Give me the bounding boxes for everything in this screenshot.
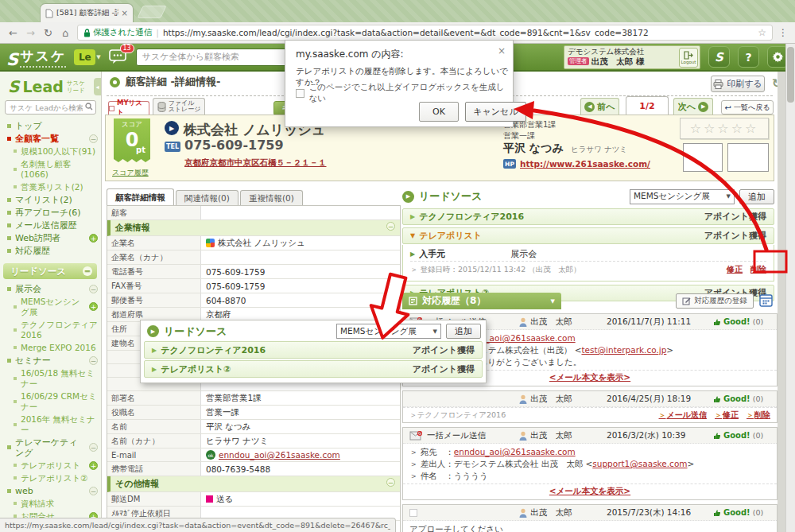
mail-from-link[interactable]: support1@saaske.com [592, 459, 687, 468]
cancel-button[interactable]: キャンセル [465, 102, 526, 122]
omnibox[interactable]: 保護された通信 | https://my.saaske.com/lead/cgi… [77, 25, 773, 41]
rating-field-2[interactable] [727, 143, 769, 172]
good-button[interactable]: Good!(0) [713, 508, 770, 517]
mail-to-link[interactable]: enndou_aoi@261saaske.com [454, 447, 576, 456]
reload-icon[interactable]: ↻ [42, 27, 54, 39]
sidebar-item[interactable]: テレマーケティング− [0, 436, 101, 459]
score-history-link[interactable]: スコア履歴 [112, 168, 149, 178]
sidebar-item[interactable]: 全顧客一覧− [0, 132, 101, 145]
email-link[interactable]: enndou_aoi@261saaske.com [219, 450, 340, 460]
plus-toggle-icon[interactable]: + [89, 234, 98, 243]
edit-link[interactable]: 修正 [715, 410, 739, 421]
good-button[interactable]: Good!(0) [713, 394, 770, 403]
leadsource-delete-link[interactable]: 削除 [750, 264, 766, 275]
sidebar-item[interactable]: 16/05/18 無料セミナー [0, 367, 101, 390]
tab-file-storage[interactable]: ファイルストレージ [153, 98, 205, 115]
browser-tab[interactable]: [581] 顧客詳細 -詳細情報 × [40, 3, 134, 22]
tab-customer-detail[interactable]: 顧客詳細情報 [107, 188, 174, 206]
sidebar-item[interactable]: テレアポリスト② [0, 472, 101, 484]
forward-icon[interactable]: → [25, 27, 37, 39]
chat-button[interactable]: 13 [109, 49, 128, 65]
back-icon[interactable]: ← [7, 27, 19, 39]
popup-leadsource-item-1[interactable]: ▶ テクノフロンティア2016 アポイント獲得 [144, 341, 483, 359]
saaske-home-button[interactable]: S [708, 46, 730, 68]
saaske-logo[interactable]: S サスケ [6, 47, 66, 68]
plus-toggle-icon[interactable]: + [89, 461, 98, 470]
sidebar-item[interactable]: セミナー− [0, 354, 101, 367]
sidebar-item[interactable]: トップ [0, 119, 101, 132]
popup-leadsource-item-2[interactable]: ▶ テレアポリスト② アポイント獲得 [144, 360, 483, 378]
popup-add-button[interactable]: 追加 [446, 324, 481, 339]
browser-scrollbar[interactable] [785, 44, 795, 532]
tab-mylist[interactable]: MYリスト [108, 101, 149, 115]
map-service-icon[interactable] [206, 239, 215, 247]
help-button[interactable]: ? [738, 46, 759, 68]
mylist-checkbox[interactable] [109, 106, 114, 111]
new-tab-button[interactable] [137, 6, 166, 18]
le-product-switch[interactable]: Le ▼ [74, 49, 100, 65]
sidebar-item[interactable]: テクノフロンティア2016 [0, 318, 101, 341]
home-icon[interactable]: ⌂ [60, 27, 72, 39]
sidebar-item[interactable]: 名刺無し顧客(1066) [0, 157, 101, 181]
sidebar-item[interactable]: メール送信履歴 [0, 219, 101, 231]
secure-badge[interactable]: 保護された通信 [83, 27, 152, 38]
sidebar-item[interactable]: 営業系リスト(2) [0, 181, 101, 193]
close-tab-icon[interactable]: × [122, 9, 128, 17]
plus-toggle-icon[interactable]: + [89, 302, 98, 311]
minus-toggle-icon[interactable]: − [89, 285, 98, 293]
show-mail-body-link[interactable]: <メール本文を表示> [549, 486, 630, 495]
rating-field-1[interactable] [683, 143, 723, 172]
leadsource-add-button[interactable]: 追加 [739, 189, 774, 204]
global-search-input[interactable] [136, 49, 307, 66]
sidebar-group-header[interactable]: リードソース− [3, 263, 97, 279]
chevron-down-icon[interactable]: ▼ [551, 298, 555, 305]
sidebar-item[interactable]: MEMSセンシング展+ [0, 295, 101, 318]
lead-logo[interactable]: S Lead サスケ リード [0, 72, 101, 99]
mail-from-link[interactable]: test@interpark.co.jp [581, 345, 666, 355]
sidebar-collapse-handle[interactable]: ◂ [94, 78, 101, 95]
send-mail-link[interactable]: メール送信 [659, 410, 707, 421]
leadsource-edit-link[interactable]: 修正 [727, 264, 743, 275]
show-mail-body-link[interactable]: <メール本文を表示> [549, 372, 630, 382]
play-icon[interactable]: ▶ [165, 121, 179, 135]
sidebar-item[interactable]: テレアポリスト+ [0, 459, 101, 472]
minus-toggle-icon[interactable]: − [83, 266, 92, 276]
calendar-icon[interactable] [759, 293, 773, 309]
minus-toggle-icon[interactable]: − [386, 478, 395, 487]
ok-button[interactable]: OK [419, 102, 459, 122]
tab-related-info[interactable]: 関連情報(0) [176, 190, 238, 206]
sidebar-item[interactable]: 展示会− [0, 282, 101, 295]
customer-hp-link[interactable]: http://www.261saaske.com/ [520, 159, 650, 169]
minus-toggle-icon[interactable]: − [89, 487, 98, 495]
delete-link[interactable]: 削除 [747, 410, 770, 421]
leadsource-dropdown[interactable]: MEMSセンシング展 ▼ [630, 189, 735, 204]
minus-toggle-icon[interactable]: − [386, 222, 395, 231]
history-header-bar[interactable]: 対応履歴（8） ▼ [402, 293, 561, 309]
minus-toggle-icon[interactable]: − [89, 356, 98, 365]
sidebar-item[interactable]: 規模100人以下(91) [0, 145, 101, 157]
bookmark-star-icon[interactable]: ☆ [758, 27, 766, 38]
rating-box[interactable]: ☆☆☆☆☆ [680, 118, 769, 139]
sidebar-item[interactable]: 再アプローチ(6) [0, 206, 101, 219]
sidebar-item[interactable]: Merge EXPO 2016 [0, 341, 101, 354]
customer-address-link[interactable]: 京都府京都市中京区石橋５－２１－１ [184, 157, 327, 169]
sidebar-item[interactable]: マイリスト(2) [0, 193, 101, 206]
good-button[interactable]: Good!(0) [713, 431, 770, 440]
sidebar-item[interactable]: Web訪問者+ [0, 231, 101, 244]
tab-duplicate-info[interactable]: 重複情報(0) [240, 190, 303, 206]
minus-toggle-icon[interactable]: − [89, 134, 98, 143]
scrollbar-thumb[interactable] [787, 47, 794, 103]
sidebar-search-input[interactable] [5, 100, 96, 115]
next-record-button[interactable]: 次へ ▶ [673, 98, 713, 115]
prev-record-button[interactable]: ◀ 前へ [580, 98, 619, 115]
ok-icon[interactable]: ok [206, 450, 215, 460]
back-to-list-button[interactable]: ↩ 一覧へ戻る [721, 100, 774, 115]
suppress-dialog-checkbox[interactable] [296, 89, 304, 98]
sidebar-item[interactable]: 16/06/29 CRMセミナー [0, 390, 101, 413]
leadsource-item-2[interactable]: ▼ テレアポリスト アポイント獲得 [402, 227, 774, 244]
rating-stars[interactable]: ☆☆☆☆☆ [690, 121, 759, 136]
good-button[interactable]: Good!(0) [713, 317, 770, 326]
minus-toggle-icon[interactable]: − [89, 443, 98, 452]
print-button[interactable]: 印刷する [711, 76, 765, 92]
logout-button[interactable]: Logout [679, 48, 698, 68]
